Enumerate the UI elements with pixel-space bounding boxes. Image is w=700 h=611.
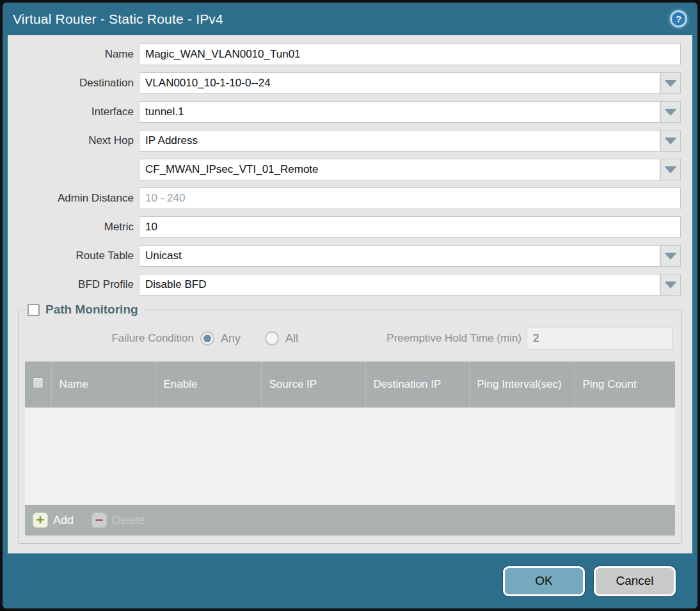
radio-any[interactable]: Any — [200, 331, 241, 345]
chevron-down-icon — [665, 282, 676, 288]
admin-distance-input[interactable] — [139, 187, 681, 209]
bfd-profile-dropdown-button[interactable] — [660, 274, 681, 296]
failure-condition-radio-group: Any All — [200, 331, 322, 345]
next-hop-row: Next Hop — [8, 130, 692, 152]
admin-distance-row: Admin Distance — [8, 187, 692, 209]
bfd-profile-label: BFD Profile — [8, 278, 134, 291]
route-table-row: Route Table — [8, 245, 692, 267]
preemptive-hold-time-label: Preemptive Hold Time (min) — [386, 332, 521, 345]
add-button-label: Add — [53, 514, 74, 527]
delete-button[interactable]: − Delete — [91, 512, 145, 528]
interface-input[interactable] — [139, 101, 660, 123]
destination-row: Destination — [8, 72, 692, 94]
table-toolbar: + Add − Delete — [25, 505, 675, 536]
dialog-title: Virtual Router - Static Route - IPv4 — [13, 12, 223, 27]
next-hop-dropdown-button[interactable] — [660, 130, 681, 152]
col-header-destination-ip[interactable]: Destination IP — [365, 361, 469, 408]
route-table-dropdown-button[interactable] — [660, 245, 681, 267]
metric-row: Metric — [8, 216, 692, 238]
name-input[interactable] — [139, 44, 681, 65]
chevron-down-icon — [665, 138, 676, 144]
radio-all-label: All — [285, 332, 298, 345]
path-monitoring-table-body — [25, 408, 675, 505]
col-header-enable[interactable]: Enable — [155, 361, 261, 408]
bfd-profile-input[interactable] — [139, 274, 660, 296]
cancel-button[interactable]: Cancel — [594, 566, 676, 596]
next-hop-type-input[interactable] — [139, 130, 660, 152]
radio-all-circle — [265, 331, 279, 345]
table-select-all-header — [25, 361, 51, 408]
col-header-name[interactable]: Name — [51, 361, 155, 408]
preemptive-hold-time-input — [527, 327, 672, 350]
path-monitoring-checkbox[interactable] — [28, 304, 40, 316]
destination-label: Destination — [8, 77, 134, 90]
next-hop-label: Next Hop — [8, 134, 134, 147]
select-all-checkbox[interactable] — [33, 377, 44, 388]
route-table-input[interactable] — [139, 245, 660, 267]
minus-icon: − — [91, 512, 107, 528]
dialog-titlebar: Virtual Router - Static Route - IPv4 ? — [3, 3, 697, 35]
col-header-ping-count[interactable]: Ping Count — [575, 361, 675, 408]
next-hop-address-input[interactable] — [139, 159, 660, 180]
destination-input[interactable] — [139, 72, 660, 94]
table-header-row: Name Enable Source IP Destination IP Pin… — [25, 361, 675, 408]
chevron-down-icon — [665, 109, 676, 115]
bfd-profile-row: BFD Profile — [8, 274, 692, 296]
interface-row: Interface — [8, 101, 692, 123]
next-hop-address-dropdown-button[interactable] — [660, 159, 681, 180]
delete-button-label: Delete — [112, 514, 145, 527]
metric-label: Metric — [8, 221, 134, 234]
name-row: Name — [8, 44, 692, 65]
failure-condition-label: Failure Condition — [28, 332, 194, 345]
route-table-label: Route Table — [8, 250, 134, 262]
dialog-footer: OK Cancel — [3, 553, 697, 608]
chevron-down-icon — [665, 166, 676, 173]
help-icon[interactable]: ? — [670, 10, 687, 28]
radio-all[interactable]: All — [265, 331, 298, 345]
plus-icon: + — [33, 512, 48, 528]
chevron-down-icon — [665, 253, 676, 259]
ok-button[interactable]: OK — [503, 566, 585, 596]
next-hop-address-row — [8, 159, 692, 180]
add-button[interactable]: + Add — [33, 512, 74, 528]
col-header-source-ip[interactable]: Source IP — [261, 361, 365, 408]
interface-label: Interface — [8, 106, 134, 118]
failure-condition-row: Failure Condition Any All Preemptive Hol… — [28, 327, 672, 350]
metric-input[interactable] — [139, 216, 681, 238]
radio-any-label: Any — [221, 332, 241, 345]
preemptive-hold-time-group: Preemptive Hold Time (min) — [386, 327, 672, 350]
interface-dropdown-button[interactable] — [660, 101, 681, 123]
radio-any-circle — [200, 331, 214, 345]
radio-selected-dot — [203, 335, 211, 342]
path-monitoring-table: Name Enable Source IP Destination IP Pin… — [25, 361, 675, 408]
name-label: Name — [8, 48, 134, 61]
col-header-ping-interval[interactable]: Ping Interval(sec) — [469, 361, 575, 408]
path-monitoring-section: Path Monitoring Failure Condition Any Al… — [18, 303, 682, 544]
static-route-dialog: Virtual Router - Static Route - IPv4 ? N… — [0, 0, 700, 611]
path-monitoring-legend: Path Monitoring — [26, 303, 145, 317]
dialog-content: Name Destination Interface Next Hop — [8, 35, 692, 553]
path-monitoring-title: Path Monitoring — [45, 303, 138, 317]
destination-dropdown-button[interactable] — [660, 72, 681, 94]
admin-distance-label: Admin Distance — [8, 192, 134, 205]
chevron-down-icon — [665, 80, 676, 86]
